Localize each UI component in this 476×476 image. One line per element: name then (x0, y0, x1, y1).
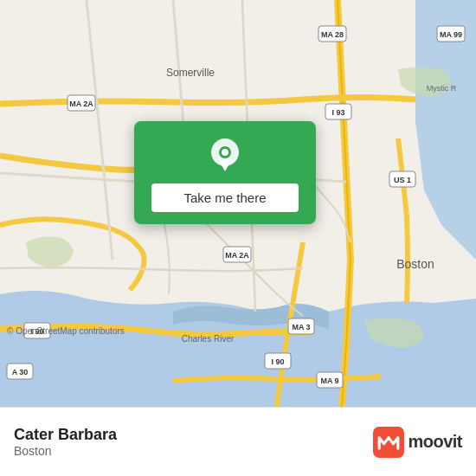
moovit-brand-text: moovit (408, 432, 462, 452)
svg-text:Boston: Boston (396, 257, 434, 271)
moovit-logo: moovit (373, 427, 462, 458)
svg-text:MA 9: MA 9 (320, 376, 338, 385)
svg-text:MA 28: MA 28 (321, 30, 344, 39)
location-city: Boston (14, 444, 117, 458)
take-me-there-button[interactable]: Take me there (151, 183, 299, 212)
svg-text:MA 2A: MA 2A (69, 100, 93, 108)
bottom-bar: Cater Barbara Boston moovit (0, 407, 476, 476)
location-pin-icon (204, 135, 246, 177)
location-card: Take me there (134, 121, 316, 224)
location-name: Cater Barbara (14, 426, 117, 444)
svg-text:MA 2A: MA 2A (225, 251, 249, 260)
svg-text:US 1: US 1 (394, 176, 411, 184)
svg-marker-32 (218, 159, 232, 171)
svg-point-31 (222, 149, 228, 156)
svg-text:MA 3: MA 3 (292, 323, 310, 331)
moovit-m-icon (373, 427, 404, 458)
svg-text:Mystic R: Mystic R (427, 84, 457, 93)
location-info: Cater Barbara Boston (14, 426, 117, 458)
svg-text:MA 99: MA 99 (440, 30, 462, 39)
svg-rect-33 (373, 427, 404, 458)
svg-text:I 90: I 90 (271, 357, 284, 366)
svg-text:Somerville: Somerville (166, 67, 215, 79)
map-container: MA 2A MA 2A MA 2A I 93 I 90 MA 28 MA 99 … (0, 0, 476, 407)
svg-text:I 93: I 93 (331, 108, 344, 117)
svg-text:Charles River: Charles River (182, 334, 235, 344)
map-attribution: © OpenStreetMap contributors (7, 326, 125, 336)
svg-text:A 30: A 30 (12, 368, 29, 376)
